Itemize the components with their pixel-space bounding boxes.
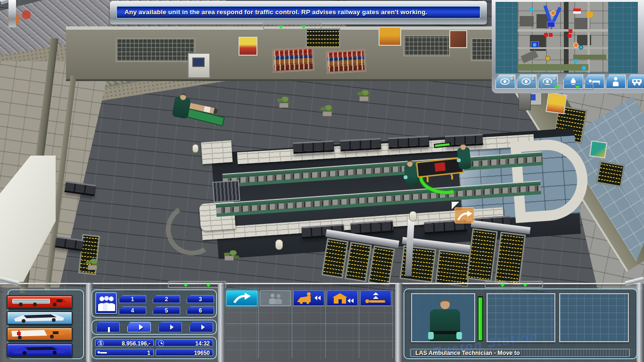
fire-truck-icon — [8, 296, 72, 308]
bench — [340, 138, 381, 151]
wall-poster-yellow — [545, 92, 567, 114]
map-marker-cyan — [533, 43, 537, 47]
unit-health-bar — [478, 296, 483, 341]
map-marker-station — [573, 8, 581, 14]
person-icon — [612, 77, 619, 86]
map-marker-cyan — [529, 8, 533, 12]
money-display: $8.956.196,- — [95, 339, 154, 346]
ticket-machine — [188, 53, 210, 78]
plant — [355, 90, 372, 100]
panel-divider — [218, 283, 225, 362]
show-persons-button[interactable] — [606, 74, 626, 89]
radio-message-bar: Any available unit in the area respond f… — [116, 6, 480, 18]
stretcher-team-selected-unit[interactable] — [401, 142, 481, 197]
collapse-arrow-icon — [183, 284, 189, 287]
plant — [319, 105, 335, 115]
collapse-arrow-icon — [554, 86, 560, 89]
escalator-entry-gate — [213, 180, 240, 203]
wall-window — [116, 38, 196, 62]
bench — [293, 140, 334, 154]
radio-message-window: Any available unit in the area respond f… — [110, 1, 487, 25]
unit-group-3-button[interactable]: 3 — [187, 295, 214, 303]
empty-unit-slot — [487, 293, 555, 342]
technical-vehicles-button[interactable] — [7, 311, 73, 325]
unit-group-4-button[interactable]: 4 — [119, 306, 146, 314]
departure-board-bank — [466, 220, 529, 288]
camera-view-1-button[interactable]: 1 — [495, 74, 515, 89]
pause-button[interactable] — [96, 322, 120, 332]
unit-portrait[interactable] — [411, 293, 475, 342]
map-marker-red — [569, 29, 572, 33]
hanging-departure-board — [305, 28, 340, 48]
collapse-arrow-icon — [301, 25, 306, 29]
magazine-rack — [326, 49, 366, 74]
show-vehicles-button[interactable] — [627, 74, 644, 89]
select-all-units-button[interactable] — [95, 292, 117, 314]
camera-1-label: 1 — [511, 75, 513, 81]
lamp — [275, 239, 283, 250]
minimap-collapse-rail[interactable] — [541, 83, 594, 90]
plant — [221, 249, 241, 262]
wall-departure-board — [596, 161, 625, 188]
fastest-forward-button[interactable] — [190, 322, 213, 332]
return-to-base-command-button[interactable] — [327, 290, 358, 306]
ambulance-icon — [8, 328, 72, 340]
collapse-arrow-icon — [575, 86, 580, 89]
collapse-arrow-icon — [278, 25, 284, 29]
fast-forward-button[interactable] — [158, 322, 182, 332]
police-car-icon — [8, 344, 72, 356]
magazine-rack — [272, 47, 314, 73]
plant — [84, 258, 100, 269]
wall-poster-teal — [589, 140, 607, 158]
move-to-cursor-icon — [454, 207, 474, 223]
map-marker-red — [549, 33, 553, 37]
squad-people-icon — [96, 293, 116, 313]
technical-car-icon — [8, 312, 72, 324]
minimap-panel: 1 2 3 — [492, 0, 644, 93]
map-marker-cyan — [574, 59, 578, 63]
unit-group-6-button[interactable]: 6 — [187, 306, 214, 314]
collapse-arrow-icon — [206, 284, 211, 287]
pick-up-patient-command-button[interactable] — [360, 290, 391, 306]
pit-wall-left — [201, 140, 232, 164]
panel-divider — [395, 283, 403, 362]
unit-group-2-button[interactable]: 2 — [153, 295, 180, 303]
wall-poster-brown — [449, 30, 467, 48]
map-marker-incident — [551, 10, 556, 16]
move-to-command-button[interactable] — [226, 290, 257, 306]
ambulance-vehicles-button[interactable] — [7, 327, 73, 341]
empty-unit-slot — [559, 293, 629, 342]
unit-group-1-button[interactable]: 1 — [119, 295, 146, 303]
technician-belt — [430, 331, 460, 334]
enter-vehicle-command-button[interactable] — [293, 290, 324, 306]
patient-stretcher-icon — [98, 351, 107, 355]
collapse-arrow-icon — [500, 284, 505, 287]
collapse-arrow-icon — [522, 284, 528, 287]
game-screen: Any available unit in the area respond f… — [0, 0, 644, 362]
map-marker-red — [544, 33, 548, 37]
command-grid — [225, 289, 393, 358]
play-button[interactable] — [127, 322, 151, 332]
camera-2-label: 2 — [532, 75, 535, 81]
radio-message-text: Any available unit in the area respond f… — [124, 8, 428, 16]
plant — [275, 96, 291, 107]
frame-detail — [8, 0, 16, 27]
move-arrow-icon — [232, 292, 251, 304]
wall-poster-orange — [379, 27, 401, 46]
map-marker-yellow — [586, 11, 593, 17]
minimap[interactable] — [518, 2, 608, 73]
unit-group-5-button[interactable]: 5 — [153, 306, 180, 314]
patient-lift-icon — [364, 292, 388, 305]
bench — [388, 136, 429, 149]
map-marker-cyan — [582, 66, 586, 70]
police-vehicles-button[interactable] — [7, 343, 73, 357]
fire-vehicles-button[interactable] — [7, 295, 73, 309]
map-marker-building — [547, 22, 555, 27]
money-icon: $ — [98, 340, 104, 346]
wall-window — [403, 35, 450, 57]
patients-count-display: 1 — [95, 349, 154, 356]
panel-collapse-rail[interactable] — [485, 281, 543, 288]
camera-view-2-button[interactable]: 2 — [517, 74, 537, 89]
unit-status-text: LAS Ambulance Technician - Move to — [415, 350, 520, 356]
banner-collapse-rail[interactable] — [263, 23, 322, 30]
